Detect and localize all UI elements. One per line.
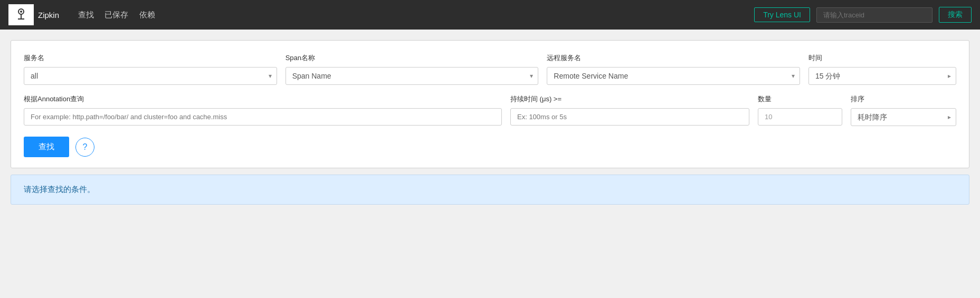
annotation-group: 根据Annotation查询 <box>24 94 502 126</box>
service-name-select-wrapper: all ▾ <box>24 67 277 85</box>
help-button[interactable]: ? <box>75 138 94 157</box>
sort-group: 排序 耗时降序 耗时升序 时间降序 ▸ <box>851 94 956 126</box>
logo-area: Zipkin <box>8 4 59 25</box>
sort-label: 排序 <box>851 94 956 104</box>
remote-service-select-wrapper: Remote Service Name ▾ <box>547 67 800 85</box>
traceid-input[interactable] <box>816 7 933 23</box>
remote-service-group: 远程服务名 Remote Service Name ▾ <box>547 53 800 85</box>
count-group: 数量 10 <box>758 94 842 126</box>
svg-point-3 <box>20 11 22 13</box>
remote-service-label: 远程服务名 <box>547 53 800 63</box>
duration-group: 持续时间 (μs) >= <box>510 94 749 126</box>
span-name-label: Span名称 <box>286 53 539 63</box>
span-name-select[interactable]: Span Name <box>286 67 539 85</box>
search-row-3: 查找 ? <box>24 137 956 157</box>
duration-label: 持续时间 (μs) >= <box>510 94 749 104</box>
info-banner: 请选择查找的条件。 <box>11 175 969 205</box>
search-row-2: 根据Annotation查询 持续时间 (μs) >= 数量 10 排序 耗时降… <box>24 94 956 126</box>
service-name-label: 服务名 <box>24 53 277 63</box>
time-label: 时间 <box>808 53 956 63</box>
annotation-input[interactable] <box>24 108 502 126</box>
span-name-group: Span名称 Span Name ▾ <box>286 53 539 85</box>
header: Zipkin 查找 已保存 依赖 Try Lens UI 搜索 <box>0 0 980 30</box>
sort-select-wrapper: 耗时降序 耗时升序 时间降序 ▸ <box>851 108 956 126</box>
sort-select[interactable]: 耗时降序 耗时升序 时间降序 <box>851 108 956 126</box>
search-panel: 服务名 all ▾ Span名称 Span Name ▾ <box>11 40 969 168</box>
header-search-button[interactable]: 搜索 <box>939 7 972 23</box>
search-row-1: 服务名 all ▾ Span名称 Span Name ▾ <box>24 53 956 85</box>
main-nav: 查找 已保存 依赖 <box>74 10 159 20</box>
annotation-label: 根据Annotation查询 <box>24 94 502 104</box>
time-select-wrapper: 15 分钟 30 分钟 1 小时 ▸ <box>808 67 956 85</box>
try-lens-button[interactable]: Try Lens UI <box>754 7 810 22</box>
time-group: 时间 15 分钟 30 分钟 1 小时 ▸ <box>808 53 956 85</box>
time-select[interactable]: 15 分钟 30 分钟 1 小时 <box>808 67 956 85</box>
zipkin-logo-icon <box>13 6 30 23</box>
main-content: 服务名 all ▾ Span名称 Span Name ▾ <box>0 30 980 213</box>
duration-input[interactable] <box>510 108 749 126</box>
span-name-select-wrapper: Span Name ▾ <box>286 67 539 85</box>
find-button[interactable]: 查找 <box>24 137 69 157</box>
logo-box <box>8 4 34 25</box>
remote-service-select[interactable]: Remote Service Name <box>547 67 800 85</box>
header-right: Try Lens UI 搜索 <box>754 7 972 23</box>
logo-label: Zipkin <box>38 11 59 20</box>
nav-dependencies[interactable]: 依赖 <box>135 8 159 21</box>
nav-saved[interactable]: 已保存 <box>100 8 132 21</box>
nav-search[interactable]: 查找 <box>74 8 98 21</box>
info-message: 请选择查找的条件。 <box>24 185 95 194</box>
service-name-group: 服务名 all ▾ <box>24 53 277 85</box>
count-label: 数量 <box>758 94 842 104</box>
service-name-select[interactable]: all <box>24 67 277 85</box>
count-input[interactable]: 10 <box>758 108 842 126</box>
